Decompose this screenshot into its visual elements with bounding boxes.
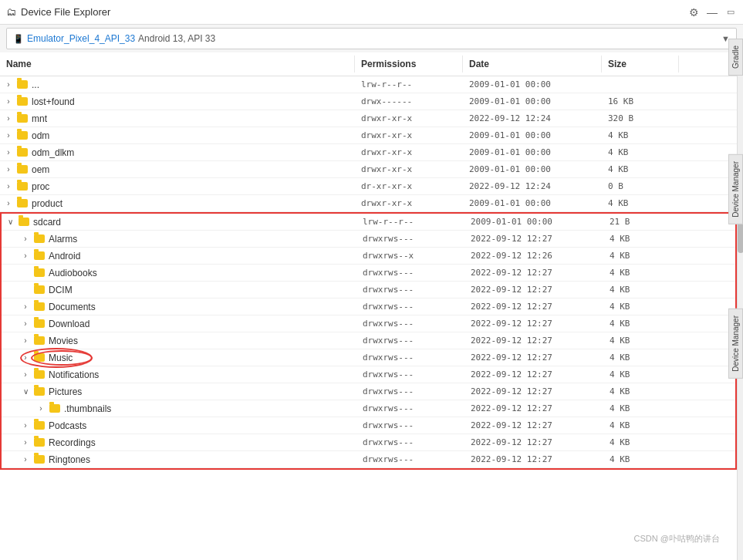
- table-row[interactable]: ›Recordingsdrwxrws---2022-09-12 12:274 K…: [2, 434, 735, 451]
- file-name-cell: ∨sdcard: [2, 215, 356, 229]
- size-cell: 0 B: [602, 180, 679, 193]
- table-row[interactable]: ›Alarmsdrwxrws---2022-09-12 12:274 KB: [2, 231, 735, 248]
- folder-icon: [34, 336, 45, 345]
- file-name-cell: Audiobooks: [2, 266, 356, 280]
- device-manager-tab2[interactable]: Device Manager: [728, 309, 743, 379]
- expand-icon[interactable]: ›: [20, 353, 31, 362]
- table-row[interactable]: DCIMdrwxrws---2022-09-12 12:274 KB: [2, 282, 735, 299]
- folder-icon: [34, 353, 45, 362]
- expand-icon[interactable]: ›: [3, 114, 14, 123]
- permissions-cell: drwxrws---: [356, 436, 464, 449]
- expand-icon[interactable]: ›: [20, 251, 31, 260]
- size-cell: 16 KB: [602, 95, 679, 108]
- file-name-cell: ›Notifications: [2, 368, 356, 382]
- table-row[interactable]: ›Notificationsdrwxrws---2022-09-12 12:27…: [2, 366, 735, 383]
- gradle-tab[interactable]: Gradle: [728, 39, 743, 76]
- file-name-cell: ›odm: [0, 129, 355, 143]
- date-cell: 2022-09-12 12:27: [464, 232, 603, 245]
- file-name-cell: ›product: [0, 197, 355, 211]
- permissions-cell: drwxrws---: [356, 334, 464, 347]
- size-cell: 4 KB: [602, 197, 679, 210]
- device-icon: 📱: [13, 34, 24, 44]
- table-row[interactable]: ›...lrw-r--r--2009-01-01 00:00: [0, 76, 737, 93]
- folder-icon: [19, 218, 29, 226]
- date-cell: 2022-09-12 12:27: [464, 266, 603, 279]
- expand-icon[interactable]: ›: [20, 455, 31, 464]
- file-name-cell: ›Download: [2, 317, 356, 331]
- device-manager-tab[interactable]: Device Manager: [728, 154, 743, 224]
- table-row[interactable]: ›mntdrwxr-xr-x2022-09-12 12:24320 B: [0, 110, 737, 127]
- table-row[interactable]: ∨sdcardlrw-r--r--2009-01-01 00:0021 B: [2, 214, 735, 231]
- expand-icon[interactable]: ›: [3, 97, 14, 106]
- table-row[interactable]: ›Podcastsdrwxrws---2022-09-12 12:274 KB: [2, 417, 735, 434]
- expand-icon[interactable]: ›: [3, 182, 14, 191]
- file-name-label: sdcard: [33, 217, 61, 228]
- file-name-label: product: [32, 198, 62, 209]
- table-row[interactable]: ›oemdrwxr-xr-x2009-01-01 00:004 KB: [0, 161, 737, 178]
- size-cell: 4 KB: [603, 419, 681, 432]
- table-row[interactable]: ›productdrwxr-xr-x2009-01-01 00:004 KB: [0, 195, 737, 212]
- date-cell: 2009-01-01 00:00: [463, 78, 602, 91]
- date-cell: 2009-01-01 00:00: [463, 163, 602, 176]
- device-info: Android 13, API 33: [138, 33, 215, 44]
- expand-icon[interactable]: ∨: [20, 387, 31, 396]
- table-row[interactable]: ›.thumbnailsdrwxrws---2022-09-12 12:274 …: [2, 400, 735, 417]
- table-row[interactable]: ∨Picturesdrwxrws---2022-09-12 12:274 KB: [2, 383, 735, 400]
- expand-icon[interactable]: ›: [20, 234, 31, 243]
- permissions-cell: drwx------: [355, 95, 463, 108]
- file-name-label: oem: [32, 164, 49, 175]
- table-row[interactable]: ›Ringtonesdrwxrws---2022-09-12 12:274 KB: [2, 451, 735, 468]
- table-row[interactable]: ›procdr-xr-xr-x2022-09-12 12:240 B: [0, 178, 737, 195]
- date-cell: 2009-01-01 00:00: [463, 146, 602, 159]
- expand-icon[interactable]: ›: [20, 319, 31, 328]
- table-row[interactable]: ›Documentsdrwxrws---2022-09-12 12:274 KB: [2, 299, 735, 315]
- folder-icon: [34, 438, 45, 447]
- table-row[interactable]: ›Downloaddrwxrws---2022-09-12 12:274 KB: [2, 315, 735, 332]
- folder-icon: [34, 268, 45, 277]
- permissions-cell: drwxrws--x: [356, 249, 464, 262]
- expand-icon[interactable]: ›: [35, 404, 46, 413]
- date-cell: 2022-09-12 12:27: [464, 334, 603, 347]
- minimize-icon[interactable]: —: [706, 6, 718, 19]
- date-cell: 2022-09-12 12:24: [463, 112, 602, 125]
- settings-icon[interactable]: ⚙: [687, 6, 700, 19]
- expand-icon[interactable]: ∨: [5, 218, 15, 226]
- expand-icon[interactable]: ›: [20, 302, 31, 311]
- expand-icon[interactable]: ›: [3, 131, 14, 140]
- size-cell: 4 KB: [603, 351, 681, 364]
- scrollbar[interactable]: [737, 52, 743, 560]
- title-bar: 🗂 Device File Explorer ⚙ — ▭: [0, 0, 743, 25]
- file-name-label: Documents: [49, 302, 96, 312]
- table-row[interactable]: ›odm_dlkmdrwxr-xr-x2009-01-01 00:004 KB: [0, 144, 737, 161]
- expand-icon[interactable]: ›: [3, 199, 14, 207]
- table-row[interactable]: ›lost+founddrwx------2009-01-01 00:0016 …: [0, 93, 737, 110]
- table-row[interactable]: Audiobooksdrwxrws---2022-09-12 12:274 KB: [2, 265, 735, 282]
- expand-icon[interactable]: ›: [3, 148, 14, 157]
- file-name-cell: ›odm_dlkm: [0, 146, 355, 160]
- folder-icon: [49, 404, 60, 413]
- permissions-cell: drwxrws---: [356, 300, 464, 313]
- table-row[interactable]: ›odmdrwxr-xr-x2009-01-01 00:004 KB: [0, 127, 737, 144]
- size-cell: 4 KB: [603, 436, 681, 449]
- permissions-cell: lrw-r--r--: [356, 215, 464, 228]
- expand-icon[interactable]: ›: [3, 80, 14, 89]
- file-name-label: Notifications: [49, 369, 99, 380]
- expand-icon[interactable]: ›: [3, 165, 14, 174]
- size-cell: [602, 83, 679, 86]
- table-row[interactable]: ›Musicdrwxrws---2022-09-12 12:274 KB: [2, 349, 735, 366]
- date-cell: 2022-09-12 12:27: [464, 402, 603, 415]
- table-row[interactable]: ›Moviesdrwxrws---2022-09-12 12:274 KB: [2, 332, 735, 349]
- folder-icon: [34, 251, 45, 260]
- file-name-cell: ›Podcasts: [2, 419, 356, 433]
- table-header: Name Permissions Date Size: [0, 52, 737, 76]
- expand-icon[interactable]: ›: [20, 336, 31, 345]
- permissions-cell: drwxrws---: [356, 283, 464, 296]
- table-row[interactable]: ›Androiddrwxrws--x2022-09-12 12:264 KB: [2, 248, 735, 265]
- expand-icon[interactable]: ›: [20, 370, 31, 379]
- folder-icon: [17, 148, 28, 157]
- expand-icon[interactable]: ›: [20, 421, 31, 430]
- sidebar-toggle-icon[interactable]: ▭: [724, 6, 737, 19]
- device-selector[interactable]: 📱 Emulator_Pixel_4_API_33 Android 13, AP…: [6, 28, 737, 49]
- expand-icon[interactable]: ›: [20, 438, 31, 447]
- file-name-cell: DCIM: [2, 283, 356, 297]
